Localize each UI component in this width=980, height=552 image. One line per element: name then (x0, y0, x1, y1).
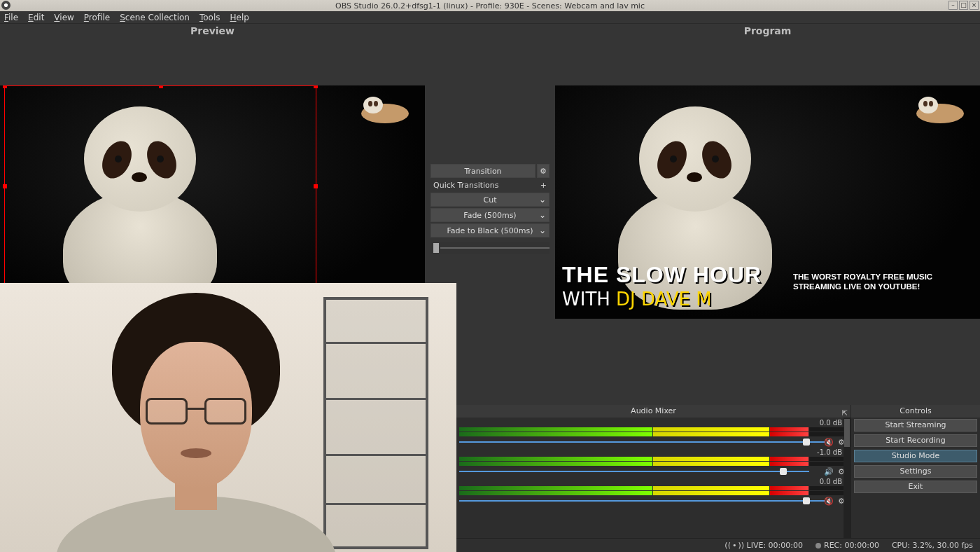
mute-icon[interactable]: 🔇 (824, 496, 834, 506)
preview-pane: Preview THE SLOW HOUR THE WORST ROYALTY … (0, 24, 425, 319)
add-transition-button[interactable]: + (540, 181, 547, 190)
channel-db-label: 0.0 dB (459, 419, 848, 427)
menu-profile[interactable]: Profile (84, 13, 110, 22)
channel-volume-slider[interactable]: 🔇⚙ (459, 439, 848, 446)
mixer-channel: -1.0 dB🔊⚙ (459, 448, 848, 475)
status-bar: • LIVE: 00:00:00 REC: 00:00:00 CPU: 3.2%… (456, 538, 980, 552)
transition-settings-button[interactable]: ⚙ (537, 164, 550, 178)
channel-meter (459, 462, 848, 466)
program-pane: Program THE SLOW HOUR WITH DJ DAVE M THE… (555, 24, 980, 319)
channel-meter (459, 491, 848, 495)
status-cpu: CPU: 3.2%, 30.00 fps (892, 541, 973, 550)
preview-label: Preview (0, 24, 425, 39)
channel-volume-slider[interactable]: 🔇⚙ (459, 497, 848, 504)
overlay-sub1: THE WORST ROYALTY FREE MUSIC (793, 272, 932, 282)
app-icon (1, 1, 10, 10)
program-label: Program (555, 24, 980, 39)
quick-transition-fade[interactable]: Fade (500ms)⌄ (430, 208, 550, 222)
sloth-logo-icon (913, 92, 967, 125)
record-dot-icon (816, 543, 821, 548)
maximize-button[interactable]: □ (959, 1, 968, 10)
svg-point-3 (374, 101, 378, 106)
menu-scene-collection[interactable]: Scene Collection (120, 13, 190, 22)
svg-point-1 (363, 97, 383, 113)
transition-button[interactable]: Transition (430, 164, 536, 178)
overlay-with: WITH DJ DAVE M (562, 289, 712, 310)
quick-transitions-header: Quick Transitions + (430, 179, 550, 191)
studio-mode-button[interactable]: Studio Mode (854, 450, 977, 462)
channel-meter (459, 486, 848, 490)
menu-edit[interactable]: Edit (28, 13, 44, 22)
sloth-logo-icon (358, 92, 412, 125)
quick-transition-cut[interactable]: Cut⌄ (430, 193, 550, 207)
transition-column: Transition ⚙ Quick Transitions + Cut⌄ Fa… (430, 164, 550, 254)
start-recording-button[interactable]: Start Recording (854, 434, 977, 447)
program-video[interactable]: THE SLOW HOUR WITH DJ DAVE M THE WORST R… (555, 85, 980, 319)
speaker-icon[interactable]: 🔊 (824, 467, 834, 476)
audio-mixer-header: Audio Mixer ⇱ (456, 405, 850, 418)
quick-transition-fade-black[interactable]: Fade to Black (500ms)⌄ (430, 223, 550, 237)
overlay-title: THE SLOW HOUR (562, 262, 762, 288)
selection-outline[interactable] (4, 85, 316, 287)
exit-button[interactable]: Exit (854, 481, 977, 493)
svg-point-5 (918, 97, 938, 113)
svg-point-2 (368, 101, 372, 106)
channel-db-label: 0.0 dB (459, 478, 848, 485)
svg-point-6 (923, 101, 927, 106)
start-streaming-button[interactable]: Start Streaming (854, 419, 977, 432)
svg-point-7 (929, 101, 933, 106)
menubar: File Edit View Profile Scene Collection … (0, 11, 980, 24)
channel-volume-slider[interactable]: 🔊⚙ (459, 468, 848, 475)
channel-meter (459, 457, 848, 461)
menu-tools[interactable]: Tools (200, 13, 220, 22)
gear-icon: ⚙ (540, 167, 547, 176)
channel-db-label: -1.0 dB (459, 448, 848, 456)
mixer-scrollbar[interactable] (844, 418, 850, 552)
channel-meter (459, 427, 848, 432)
audio-mixer-panel: Audio Mixer ⇱ 0.0 dB🔇⚙-1.0 dB🔊⚙0.0 dB🔇⚙ (456, 405, 850, 552)
menu-file[interactable]: File (4, 13, 18, 22)
mute-icon[interactable]: 🔇 (824, 437, 834, 447)
mixer-channel: 0.0 dB🔇⚙ (459, 478, 848, 504)
minimize-button[interactable]: – (948, 1, 958, 10)
status-rec: REC: 00:00:00 (816, 541, 879, 550)
channel-meter (459, 432, 848, 436)
chevron-down-icon: ⌄ (539, 210, 546, 220)
chevron-down-icon: ⌄ (539, 195, 546, 205)
menu-help[interactable]: Help (230, 13, 249, 22)
controls-header: Controls (851, 405, 980, 418)
presenter-webcam-overlay (0, 283, 456, 552)
menu-view[interactable]: View (54, 13, 74, 22)
settings-button[interactable]: Settings (854, 465, 977, 478)
mixer-channel: 0.0 dB🔇⚙ (459, 419, 848, 446)
close-button[interactable]: × (969, 1, 979, 10)
status-live: • LIVE: 00:00:00 (724, 541, 803, 550)
overlay-sub2: STREAMING LIVE ON YOUTUBE! (793, 282, 920, 292)
titlebar: OBS Studio 26.0.2+dfsg1-1 (linux) - Prof… (0, 0, 980, 11)
broadcast-icon: • (724, 541, 744, 550)
chevron-down-icon: ⌄ (539, 226, 546, 235)
controls-panel: Controls Start Streaming Start Recording… (850, 405, 980, 552)
transition-tbar[interactable] (430, 242, 550, 254)
window-title: OBS Studio 26.0.2+dfsg1-1 (linux) - Prof… (335, 1, 645, 11)
